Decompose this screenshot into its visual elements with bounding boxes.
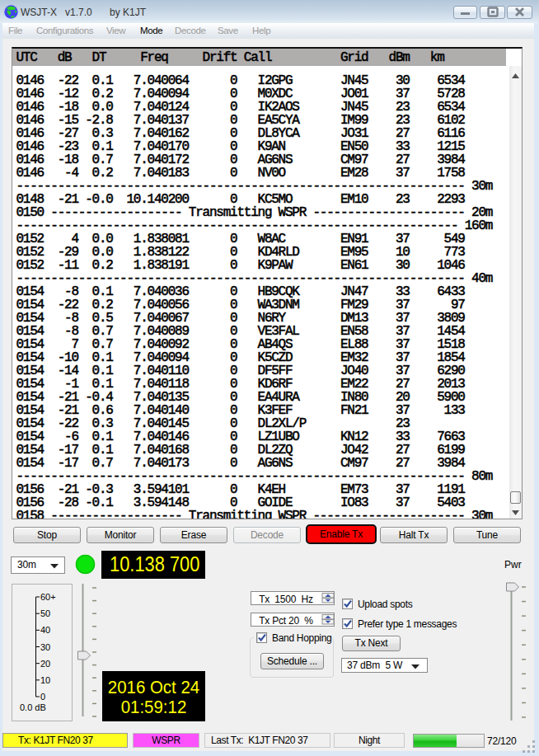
svg-text:50: 50 <box>40 608 50 618</box>
svg-text:10: 10 <box>40 675 50 685</box>
svg-text:60+: 60+ <box>40 592 56 602</box>
svg-text:40: 40 <box>40 625 50 635</box>
svg-text:20: 20 <box>40 659 50 669</box>
svg-text:30: 30 <box>40 642 50 652</box>
svg-text:0: 0 <box>40 692 45 702</box>
